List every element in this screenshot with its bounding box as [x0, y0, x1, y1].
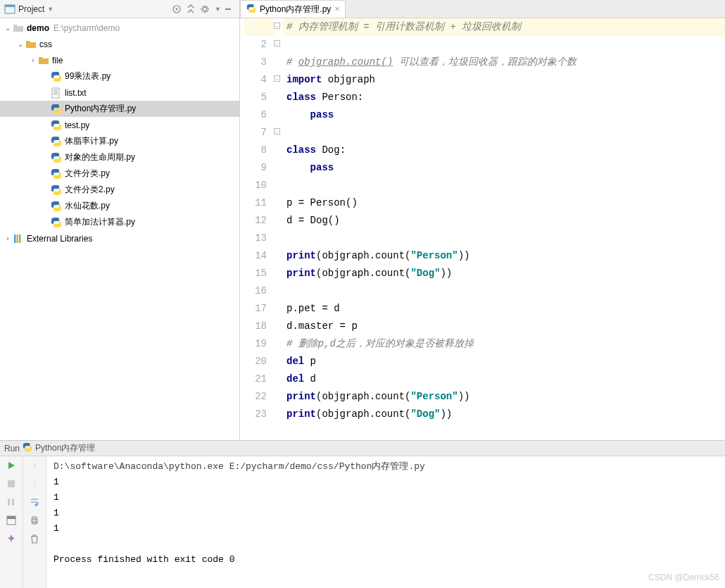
project-icon	[4, 4, 15, 15]
tree-file[interactable]: 文件分类.py	[0, 165, 239, 182]
tree-file[interactable]: 99乘法表.py	[0, 68, 239, 85]
fold-icon[interactable]: –	[274, 23, 280, 29]
project-panel: Project ▼ ▼ ⌄ demo E:\pycharm\demo ⌄ css…	[0, 0, 240, 440]
python-file-icon	[246, 4, 256, 15]
hide-icon[interactable]	[221, 2, 235, 16]
wrap-icon[interactable]	[27, 494, 42, 510]
project-panel-title: Project	[18, 4, 44, 14]
tree-item-label: 体脂率计算.py	[65, 135, 118, 147]
svg-point-4	[203, 7, 207, 11]
project-tree: ⌄ demo E:\pycharm\demo ⌄ css › file 99乘法…	[0, 18, 239, 440]
chevron-down-icon[interactable]: ⌄	[15, 40, 25, 48]
python-file-icon	[51, 71, 62, 82]
tree-item-label: 简单加法计算器.py	[65, 216, 135, 228]
tree-item-label: External Libraries	[27, 234, 92, 244]
tree-folder-css[interactable]: ⌄ css	[0, 36, 239, 52]
run-toolbar-left	[0, 456, 23, 588]
tree-item-label: test.py	[65, 120, 89, 130]
code-content[interactable]: # 内存管理机制 = 引用计数器机制 + 垃圾回收机制 # objgraph.c…	[282, 18, 725, 440]
tree-item-label: 文件分类.py	[65, 168, 110, 180]
tree-item-label: file	[52, 56, 63, 65]
project-panel-header: Project ▼ ▼	[0, 0, 239, 18]
folder-icon	[38, 55, 49, 66]
console-output[interactable]: D:\software\Anaconda\python.exe E:/pycha…	[46, 456, 725, 588]
chevron-right-icon[interactable]: ›	[28, 56, 38, 64]
editor-tabs: Python内存管理.py ×	[240, 0, 725, 18]
tree-folder-file[interactable]: › file	[0, 52, 239, 68]
svg-rect-6	[52, 88, 59, 98]
python-file-icon	[51, 217, 62, 228]
tree-file[interactable]: 对象的生命周期.py	[0, 149, 239, 165]
run-header: Run Python内存管理	[0, 441, 725, 456]
down-icon[interactable]: ↓	[27, 476, 42, 492]
python-file-icon	[51, 120, 62, 131]
chevron-down-icon[interactable]: ▼	[215, 6, 221, 13]
pause-icon[interactable]	[4, 494, 19, 510]
editor-panel: Python内存管理.py × 123456789101112131415161…	[240, 0, 725, 440]
tree-file[interactable]: list.txt	[0, 85, 239, 101]
run-label: Run	[4, 444, 20, 453]
tree-file[interactable]: 文件分类2.py	[0, 182, 239, 198]
tree-item-label: demo	[27, 23, 49, 33]
print-icon[interactable]	[27, 513, 42, 528]
tree-file[interactable]: 水仙花数.py	[0, 198, 239, 214]
python-file-icon	[51, 168, 62, 180]
watermark: CSDN @Derrick56	[648, 573, 719, 582]
svg-rect-11	[17, 234, 19, 243]
line-numbers: 1234567891011121314151617181920212223	[240, 18, 274, 440]
tree-item-label: list.txt	[65, 88, 87, 98]
folder-icon	[13, 23, 24, 34]
python-file-icon	[51, 184, 62, 196]
fold-icon[interactable]: –	[274, 128, 280, 135]
chevron-down-icon[interactable]: ⌄	[3, 24, 13, 32]
tab-label: Python内存管理.py	[260, 4, 331, 15]
svg-rect-13	[8, 480, 15, 487]
gear-icon[interactable]	[198, 2, 212, 16]
chevron-right-icon[interactable]: ›	[3, 234, 13, 242]
editor-tab[interactable]: Python内存管理.py ×	[240, 0, 346, 18]
fold-icon[interactable]: –	[274, 40, 280, 46]
chevron-down-icon[interactable]: ▼	[47, 6, 53, 13]
run-toolbar-right: ↑ ↓	[23, 456, 46, 588]
run-config-name: Python内存管理	[35, 442, 95, 454]
python-file-icon	[23, 442, 32, 454]
tree-item-label: css	[39, 39, 52, 49]
collapse-all-icon[interactable]	[184, 2, 198, 16]
svg-rect-1	[5, 5, 15, 7]
svg-rect-10	[14, 234, 16, 243]
run-panel: Run Python内存管理 ↑ ↓ D:\software\Anaconda\…	[0, 440, 725, 588]
locate-icon[interactable]	[170, 2, 184, 16]
libraries-icon	[13, 233, 24, 244]
stop-icon[interactable]	[4, 476, 19, 492]
svg-rect-12	[19, 234, 21, 243]
folder-icon	[25, 39, 37, 50]
trash-icon[interactable]	[27, 531, 42, 546]
tree-file[interactable]: test.py	[0, 117, 239, 133]
svg-rect-5	[225, 8, 231, 10]
text-file-icon	[51, 87, 62, 99]
tree-external-libraries[interactable]: › External Libraries	[0, 230, 239, 246]
pin-icon[interactable]	[4, 531, 19, 546]
svg-rect-19	[32, 517, 37, 519]
tree-root[interactable]: ⌄ demo E:\pycharm\demo	[0, 20, 239, 36]
python-file-icon	[51, 136, 62, 147]
code-editor[interactable]: 1234567891011121314151617181920212223 – …	[240, 18, 725, 440]
tree-item-label: 文件分类2.py	[65, 184, 115, 196]
python-file-icon	[51, 201, 62, 212]
close-icon[interactable]: ×	[334, 4, 339, 14]
tree-item-label: 99乘法表.py	[65, 70, 111, 82]
python-file-icon	[51, 152, 62, 163]
tree-file[interactable]: Python内存管理.py	[0, 101, 239, 117]
tree-item-label: 对象的生命周期.py	[65, 151, 135, 163]
tree-file[interactable]: 简单加法计算器.py	[0, 214, 239, 230]
svg-point-3	[176, 8, 178, 10]
tree-file[interactable]: 体脂率计算.py	[0, 133, 239, 149]
up-icon[interactable]: ↑	[27, 458, 42, 473]
rerun-icon[interactable]	[4, 458, 19, 473]
svg-rect-14	[8, 499, 10, 506]
tree-item-label: 水仙花数.py	[65, 200, 110, 212]
tree-item-label: Python内存管理.py	[65, 103, 136, 115]
tree-item-path: E:\pycharm\demo	[53, 23, 120, 33]
layout-icon[interactable]	[4, 513, 19, 528]
fold-icon[interactable]: –	[274, 75, 280, 82]
